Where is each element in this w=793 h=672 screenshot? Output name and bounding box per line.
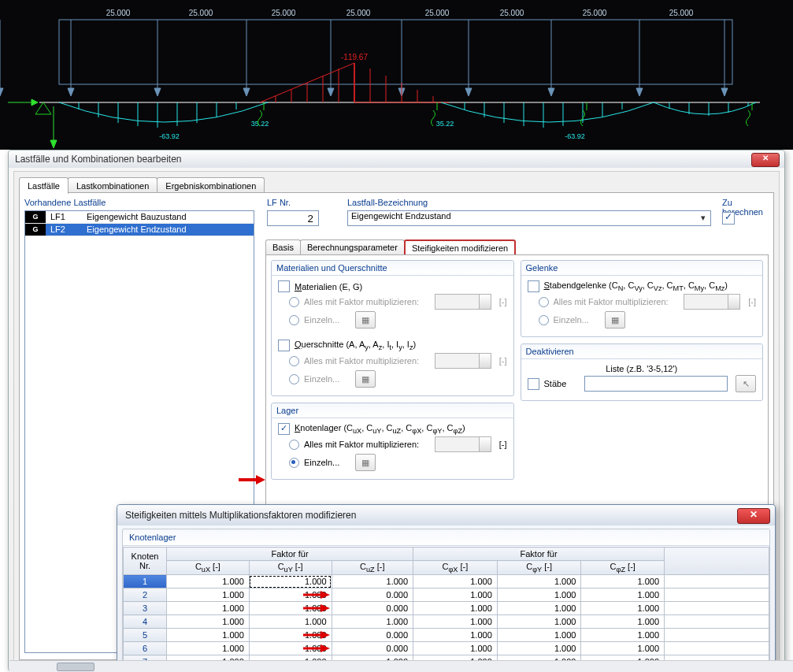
table-row[interactable]: 31.0001.0000.0001.0001.0001.000 <box>124 602 769 615</box>
th-cuy: CuY [-] <box>249 561 332 575</box>
th-cux: CuX [-] <box>167 561 250 575</box>
cell[interactable]: 1.000 <box>167 629 250 642</box>
cell[interactable]: 1.000 <box>167 642 250 655</box>
svg-text:25.000: 25.000 <box>583 9 607 17</box>
dialog-close-button[interactable]: ✕ <box>751 153 780 167</box>
tab-ergebniskombinationen[interactable]: Ergebniskombinationen <box>157 177 265 194</box>
row-header[interactable]: 6 <box>124 642 167 655</box>
th-faktor-2: Faktor für <box>413 548 665 561</box>
gel-alles-radio <box>539 297 549 307</box>
cell[interactable]: 1.000 <box>581 575 665 588</box>
list-item-id: LF2 <box>46 224 83 236</box>
table-row[interactable]: 51.0001.0000.0001.0001.0001.000 <box>124 629 769 642</box>
close-icon: ✕ <box>762 153 769 164</box>
stabe-check[interactable] <box>528 378 539 390</box>
factors-body: Knotenlager KnotenNr. Faktor für Faktor … <box>122 529 770 664</box>
row-header[interactable]: 4 <box>124 615 167 629</box>
row-header[interactable]: 3 <box>124 602 167 615</box>
svg-marker-19 <box>636 88 643 96</box>
cell[interactable]: 1.000 <box>413 602 498 615</box>
cell-blank <box>665 602 769 615</box>
factors-table[interactable]: KnotenNr. Faktor für Faktor für CuX [-] … <box>123 547 769 663</box>
lager-alles-radio[interactable] <box>289 440 299 450</box>
mat-einzeln-radio <box>289 315 299 325</box>
lager-edit-button[interactable]: ▦ <box>355 454 376 471</box>
table-row[interactable]: 41.0001.0001.0001.0001.0001.000 <box>124 615 769 629</box>
svg-marker-11 <box>328 88 334 96</box>
cell-blank <box>665 642 769 655</box>
tab-lastfaelle[interactable]: Lastfälle <box>19 177 69 194</box>
cell[interactable]: 0.000 <box>332 642 413 655</box>
cell[interactable]: 1.000 <box>413 575 498 588</box>
cell[interactable]: 1.000 <box>497 642 581 655</box>
dialog-title-text: Lastfälle und Kombinationen bearbeiten <box>15 154 182 165</box>
cell[interactable]: 0.000 <box>332 602 413 615</box>
cell[interactable]: 1.000 <box>581 615 665 629</box>
cell[interactable]: 1.000 <box>497 629 581 642</box>
lager-factor-spin[interactable] <box>435 436 491 452</box>
cell[interactable]: 1.000 <box>497 575 581 588</box>
tab-lastkombinationen[interactable]: Lastkombinationen <box>68 177 157 194</box>
table-row[interactable]: 11.0001.0001.0001.0001.0001.000 <box>124 575 769 588</box>
cell[interactable]: 1.000 <box>167 588 250 602</box>
list-header: Vorhandene Lastfälle <box>24 198 253 207</box>
knotenlager-check[interactable] <box>278 423 290 435</box>
q-einzeln-radio <box>289 374 299 384</box>
cell[interactable]: 1.000 <box>581 642 665 655</box>
svg-text:-63.92: -63.92 <box>565 132 585 140</box>
svg-text:35.22: 35.22 <box>436 120 454 128</box>
stabe-input[interactable] <box>584 376 728 392</box>
calc-checkbox[interactable]: ✓ <box>722 212 735 225</box>
th-cfx: CφX [-] <box>413 561 498 575</box>
cell[interactable]: 1.000 <box>332 615 413 629</box>
table-row[interactable]: 21.0001.0000.0001.0001.0001.000 <box>124 588 769 602</box>
cell[interactable]: 1.000 <box>167 575 250 588</box>
cell[interactable]: 1.000 <box>497 588 581 602</box>
cell[interactable]: 1.000 <box>581 629 665 642</box>
factors-close-button[interactable]: ✕ <box>737 508 770 524</box>
th-cuz: CuZ [-] <box>332 561 413 575</box>
list-item[interactable]: G LF1 Eigengewicht Bauzustand <box>25 211 254 224</box>
scrollbar-thumb[interactable] <box>57 663 94 671</box>
cell[interactable]: 1.000 <box>167 615 250 629</box>
cell[interactable]: 0.000 <box>332 629 413 642</box>
window-scrollbar[interactable] <box>9 660 793 672</box>
lager-einzeln-radio[interactable] <box>289 458 299 468</box>
cell[interactable]: 1.000 <box>581 602 665 615</box>
materialien-check[interactable] <box>278 280 290 292</box>
list-item[interactable]: G LF2 Eigengewicht Endzustand <box>25 224 254 236</box>
svg-marker-77 <box>50 140 57 148</box>
factors-table-container[interactable]: KnotenNr. Faktor für Faktor für CuX [-] … <box>123 547 769 663</box>
stabendgelenke-check[interactable] <box>528 280 539 292</box>
cell[interactable]: 1.000 <box>249 602 332 615</box>
cell[interactable]: 1.000 <box>413 629 498 642</box>
group-lager: Lager Knotenlager (CuX, CuY, CuZ, CφX, C… <box>271 403 514 480</box>
cell[interactable]: 1.000 <box>249 575 332 588</box>
table-row[interactable]: 61.0001.0000.0001.0001.0001.000 <box>124 642 769 655</box>
cell[interactable]: 1.000 <box>249 615 332 629</box>
cell[interactable]: 1.000 <box>167 602 250 615</box>
lfnr-input[interactable] <box>267 210 319 226</box>
cell[interactable]: 1.000 <box>249 588 332 602</box>
bezeichnung-combo[interactable]: Eigengewicht Endzustand <box>347 210 711 226</box>
querschnitte-check[interactable] <box>278 340 290 351</box>
factors-dialog-title: Steifigkeiten mittels Multiplikationsfak… <box>117 505 775 525</box>
cell[interactable]: 1.000 <box>249 629 332 642</box>
row-header[interactable]: 1 <box>124 575 167 588</box>
stabe-pick-button[interactable]: ↖ <box>736 375 756 392</box>
svg-text:35.22: 35.22 <box>251 120 269 128</box>
cell[interactable]: 1.000 <box>581 588 665 602</box>
cell[interactable]: 1.000 <box>332 575 413 588</box>
cell-blank <box>665 629 769 642</box>
cell[interactable]: 1.000 <box>413 615 498 629</box>
row-header[interactable]: 5 <box>124 629 167 642</box>
cell[interactable]: 0.000 <box>332 588 413 602</box>
cell[interactable]: 1.000 <box>249 642 332 655</box>
stabe-label: Stäbe <box>544 379 567 388</box>
cell[interactable]: 1.000 <box>497 602 581 615</box>
row-header[interactable]: 2 <box>124 588 167 602</box>
cell[interactable]: 1.000 <box>413 588 498 602</box>
cell[interactable]: 1.000 <box>497 615 581 629</box>
cell[interactable]: 1.000 <box>413 642 498 655</box>
category-badge: G <box>25 224 46 236</box>
